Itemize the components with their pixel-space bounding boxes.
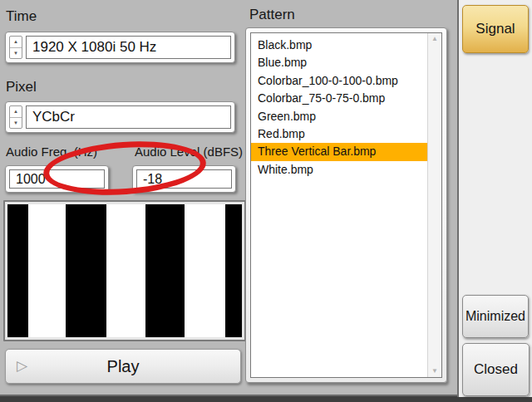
pixel-value[interactable]: YCbCr [26,105,231,129]
pixel-combobox[interactable]: ▲ ▼ YCbCr [5,101,235,133]
pattern-listbox: Black.bmp Blue.bmp Colorbar_100-0-100-0.… [245,27,447,383]
signal-button-label: Signal [475,21,515,37]
audio-freq-label: Audio Freq. (Hz) [6,145,97,159]
spinner-down-icon[interactable]: ▼ [10,48,22,59]
pattern-list-item[interactable]: Colorbar_75-0-75-0.bmp [251,90,427,107]
spinner-up-icon[interactable]: ▲ [10,106,22,118]
closed-button-label: Closed [474,361,518,378]
minimized-button[interactable]: Minimized [462,295,529,338]
closed-button[interactable]: Closed [462,343,530,396]
time-combobox[interactable]: ▲ ▼ 1920 X 1080i 50 Hz [5,32,235,63]
pattern-preview-frame [3,200,246,341]
spinner-up-icon[interactable]: ▲ [10,37,22,48]
audio-freq-field[interactable]: 1000 [5,165,109,193]
pattern-list-item[interactable]: Blue.bmp [251,54,427,71]
pattern-list-scrollbar[interactable]: ▲ ▼ [427,33,441,377]
vertical-bars-preview [7,204,242,337]
play-button-label: Play [107,357,140,376]
scroll-up-icon[interactable]: ▲ [431,36,438,42]
pattern-list-item[interactable]: Colorbar_100-0-100-0.bmp [251,72,427,90]
time-value[interactable]: 1920 X 1080i 50 Hz [26,36,231,59]
play-button[interactable]: ▷ Play [5,349,241,384]
pattern-list-item[interactable]: Black.bmp [251,37,427,54]
scroll-down-icon[interactable]: ▼ [431,368,438,375]
minimized-button-label: Minimized [466,309,525,324]
pattern-list-item[interactable]: Red.bmp [251,125,427,143]
audio-level-field[interactable]: -18 [132,165,236,193]
audio-level-value[interactable]: -18 [136,169,232,189]
pattern-list-item[interactable]: Green.bmp [251,108,427,125]
audio-level-label: Audio Level (dBFS) [135,145,243,159]
pattern-label: Pattern [249,7,295,23]
pattern-listbox-inner: Black.bmp Blue.bmp Colorbar_100-0-100-0.… [250,32,442,378]
pattern-list-item[interactable]: Three Vertical Bar.bmp [251,143,427,160]
signal-button[interactable]: Signal [462,5,529,53]
spinner-down-icon[interactable]: ▼ [10,118,22,129]
pattern-list-item[interactable]: White.bmp [251,161,427,179]
pixel-label: Pixel [6,79,37,96]
pixel-spinner[interactable]: ▲ ▼ [9,105,22,129]
signal-generator-window: Time ▲ ▼ 1920 X 1080i 50 Hz Pixel ▲ ▼ YC… [0,0,532,402]
time-label: Time [6,8,37,25]
time-spinner[interactable]: ▲ ▼ [9,36,22,59]
audio-freq-value[interactable]: 1000 [9,169,105,189]
pattern-list: Black.bmp Blue.bmp Colorbar_100-0-100-0.… [251,33,427,377]
play-icon: ▷ [17,357,27,375]
